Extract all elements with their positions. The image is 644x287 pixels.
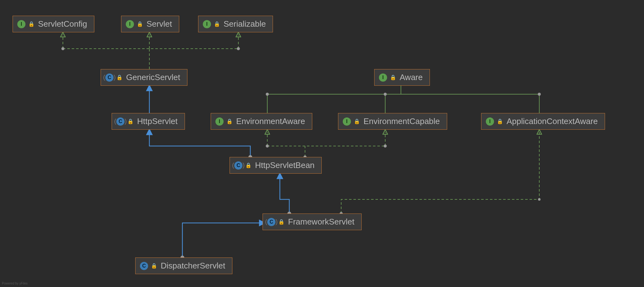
node-genericservlet[interactable]: C 🔒 GenericServlet (101, 69, 187, 86)
node-label: HttpServletBean (255, 160, 314, 170)
node-servletconfig[interactable]: I 🔒 ServletConfig (13, 16, 94, 32)
node-frameworkservlet[interactable]: C 🔒 FrameworkServlet (263, 214, 362, 230)
lock-icon: 🔒 (391, 75, 395, 80)
lock-icon: 🔒 (117, 75, 122, 80)
node-httpservlet[interactable]: C 🔒 HttpServlet (112, 113, 185, 130)
node-serializable[interactable]: I 🔒 Serializable (198, 16, 273, 32)
abstract-class-icon: C (267, 218, 275, 226)
edge-layer (0, 0, 644, 287)
lock-icon: 🔒 (138, 21, 142, 27)
lock-icon: 🔒 (246, 163, 251, 168)
node-servlet[interactable]: I 🔒 Servlet (121, 16, 179, 32)
interface-icon: I (126, 20, 134, 28)
node-label: Aware (400, 73, 423, 82)
lock-icon: 🔒 (215, 21, 219, 27)
lock-icon: 🔒 (128, 119, 133, 124)
node-label: DispatcherServlet (161, 261, 225, 271)
lock-icon: 🔒 (29, 21, 34, 27)
node-label: HttpServlet (137, 116, 178, 126)
abstract-class-icon: C (116, 117, 125, 126)
lock-icon: 🔒 (227, 119, 232, 124)
node-aware[interactable]: I 🔒 Aware (374, 69, 430, 86)
node-label: EnvironmentCapable (364, 116, 440, 126)
lock-icon: 🔒 (152, 263, 156, 269)
lock-icon: 🔒 (498, 119, 502, 124)
node-httpservletbean[interactable]: C 🔒 HttpServletBean (230, 157, 322, 174)
interface-icon: I (343, 117, 351, 126)
class-icon: C (140, 262, 148, 270)
abstract-class-icon: C (234, 161, 242, 170)
interface-icon: I (215, 117, 224, 126)
node-environmentcapable[interactable]: I 🔒 EnvironmentCapable (338, 113, 447, 130)
interface-icon: I (17, 20, 25, 28)
abstract-class-icon: C (105, 73, 114, 82)
lock-icon: 🔒 (279, 219, 284, 225)
node-label: EnvironmentAware (236, 116, 305, 126)
powered-by-label: Powered by yFiles (2, 282, 28, 285)
svg-point-1 (538, 198, 541, 201)
node-applicationcontextaware[interactable]: I 🔒 ApplicationContextAware (481, 113, 605, 130)
node-label: Servlet (147, 19, 172, 29)
node-label: Serializable (224, 19, 266, 29)
node-label: ServletConfig (38, 19, 87, 29)
node-label: GenericServlet (126, 73, 180, 82)
node-dispatcherservlet[interactable]: C 🔒 DispatcherServlet (135, 257, 232, 274)
node-label: ApplicationContextAware (507, 116, 598, 126)
node-environmentaware[interactable]: I 🔒 EnvironmentAware (211, 113, 312, 130)
interface-icon: I (203, 20, 211, 28)
node-label: FrameworkServlet (288, 217, 354, 227)
interface-icon: I (486, 117, 494, 126)
interface-icon: I (379, 73, 387, 82)
lock-icon: 🔒 (355, 119, 359, 124)
